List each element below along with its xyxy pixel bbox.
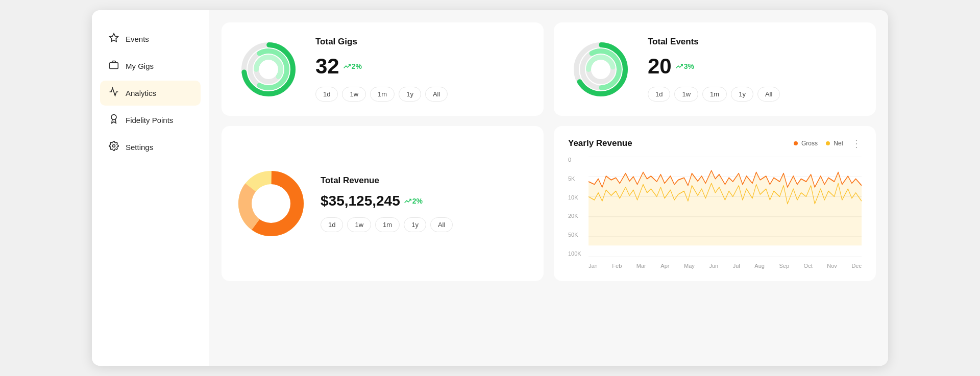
- gross-dot: [794, 141, 798, 145]
- filter-1d-events[interactable]: 1d: [648, 87, 670, 102]
- sidebar-label-analytics: Analytics: [126, 89, 156, 97]
- sidebar-label-fidelity-points: Fidelity Points: [126, 116, 173, 124]
- filter-1w-revenue[interactable]: 1w: [347, 217, 371, 232]
- top-row: Total Gigs 32 2% 1d 1w 1m 1y All: [222, 22, 876, 116]
- sidebar-label-my-gigs: My Gigs: [126, 62, 154, 70]
- chart-x-labels: Jan Feb Mar Apr May Jun Jul Aug Sep Oct …: [589, 263, 862, 269]
- sidebar-label-settings: Settings: [126, 143, 153, 152]
- sidebar-item-events[interactable]: Events: [100, 27, 201, 52]
- gear-icon: [108, 141, 119, 154]
- svg-point-3: [113, 145, 115, 147]
- total-revenue-trend: 2%: [404, 197, 423, 205]
- total-events-value: 20 3%: [648, 54, 860, 79]
- yearly-revenue-card: Yearly Revenue Gross Net: [554, 126, 876, 281]
- chart-header: Yearly Revenue Gross Net: [568, 138, 862, 148]
- total-revenue-card: Total Revenue $35,125,245 2% 1d 1w 1m 1y: [222, 126, 544, 281]
- total-events-card: Total Events 20 3% 1d 1w 1m 1y All: [554, 22, 876, 116]
- filter-1w-events[interactable]: 1w: [674, 87, 698, 102]
- total-events-filters: 1d 1w 1m 1y All: [648, 87, 860, 102]
- svg-rect-1: [110, 63, 118, 69]
- total-revenue-value: $35,125,245 2%: [321, 193, 527, 209]
- filter-1w-gigs[interactable]: 1w: [342, 87, 366, 102]
- filter-1y-gigs[interactable]: 1y: [399, 87, 421, 102]
- filter-1m-revenue[interactable]: 1m: [375, 217, 400, 232]
- briefcase-icon: [108, 60, 119, 72]
- app-container: Events My Gigs Analytics: [92, 10, 888, 366]
- chart-y-labels: 100K 50K 20K 10K 5K 0: [568, 157, 586, 257]
- bottom-row: Total Revenue $35,125,245 2% 1d 1w 1m 1y: [222, 126, 876, 281]
- filter-1y-events[interactable]: 1y: [731, 87, 753, 102]
- sidebar-item-analytics[interactable]: Analytics: [100, 81, 201, 106]
- filter-all-gigs[interactable]: All: [425, 87, 448, 102]
- filter-all-events[interactable]: All: [757, 87, 780, 102]
- svg-point-19: [252, 184, 290, 223]
- star-icon: [108, 33, 119, 45]
- filter-1d-gigs[interactable]: 1d: [315, 87, 338, 102]
- revenue-chart-svg: [589, 157, 862, 257]
- total-events-title: Total Events: [648, 37, 860, 47]
- net-dot: [826, 141, 830, 145]
- filter-1m-gigs[interactable]: 1m: [370, 87, 395, 102]
- total-events-trend: 3%: [676, 62, 694, 70]
- total-gigs-filters: 1d 1w 1m 1y All: [315, 87, 527, 102]
- filter-1y-revenue[interactable]: 1y: [404, 217, 426, 232]
- sidebar-label-events: Events: [126, 35, 149, 43]
- total-gigs-card: Total Gigs 32 2% 1d 1w 1m 1y All: [222, 22, 544, 116]
- analytics-icon: [108, 87, 119, 99]
- sidebar-item-settings[interactable]: Settings: [100, 135, 201, 160]
- total-revenue-filters: 1d 1w 1m 1y All: [321, 217, 527, 232]
- total-revenue-donut: [238, 170, 304, 237]
- yearly-revenue-title: Yearly Revenue: [568, 138, 632, 148]
- chart-svg-container: [589, 157, 862, 257]
- total-gigs-donut: [238, 39, 299, 100]
- sidebar-item-my-gigs[interactable]: My Gigs: [100, 54, 201, 79]
- chart-legend: Gross Net: [794, 140, 843, 147]
- medal-icon: [108, 114, 119, 127]
- svg-marker-0: [110, 34, 118, 42]
- total-revenue-info: Total Revenue $35,125,245 2% 1d 1w 1m 1y: [321, 176, 527, 232]
- total-gigs-title: Total Gigs: [315, 37, 527, 47]
- legend-gross: Gross: [794, 140, 818, 147]
- filter-1m-events[interactable]: 1m: [702, 87, 727, 102]
- chart-area: 100K 50K 20K 10K 5K 0: [568, 157, 862, 269]
- total-revenue-title: Total Revenue: [321, 176, 527, 186]
- filter-all-revenue[interactable]: All: [430, 217, 453, 232]
- sidebar: Events My Gigs Analytics: [92, 10, 209, 366]
- filter-1d-revenue[interactable]: 1d: [321, 217, 343, 232]
- total-gigs-trend: 2%: [344, 62, 362, 70]
- total-events-donut: [570, 39, 631, 100]
- total-events-info: Total Events 20 3% 1d 1w 1m 1y All: [648, 37, 860, 102]
- total-gigs-value: 32 2%: [315, 54, 527, 79]
- sidebar-item-fidelity-points[interactable]: Fidelity Points: [100, 108, 201, 133]
- svg-point-2: [111, 115, 116, 120]
- total-gigs-info: Total Gigs 32 2% 1d 1w 1m 1y All: [315, 37, 527, 102]
- legend-net: Net: [826, 140, 843, 147]
- main-content: Total Gigs 32 2% 1d 1w 1m 1y All: [209, 10, 888, 366]
- chart-more-button[interactable]: ⋮: [851, 138, 862, 148]
